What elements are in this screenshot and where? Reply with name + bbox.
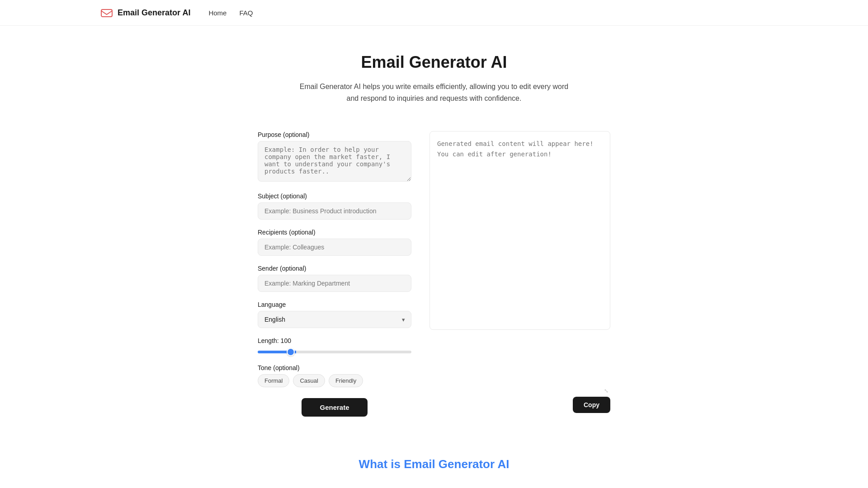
nav-link-home[interactable]: Home <box>208 9 226 17</box>
language-select-wrapper: English Chinese Japanese Korean Spanish … <box>258 311 411 328</box>
sender-input[interactable] <box>258 275 411 292</box>
left-panel: Purpose (optional) Subject (optional) Re… <box>258 131 411 417</box>
tone-btn-casual[interactable]: Casual <box>293 374 325 387</box>
tone-group: Tone (optional) Formal Casual Friendly <box>258 364 411 387</box>
right-panel: ⤡ Copy <box>429 131 610 417</box>
nav-link-faq[interactable]: FAQ <box>239 9 253 17</box>
navbar: Email Generator AI Home FAQ <box>0 0 868 26</box>
hero-section: Email Generator AI Email Generator AI he… <box>0 26 868 117</box>
generate-button[interactable]: Generate <box>302 398 367 417</box>
nav-logo[interactable]: Email Generator AI <box>99 5 190 20</box>
resize-handle-icon: ⤡ <box>604 388 609 394</box>
language-select[interactable]: English Chinese Japanese Korean Spanish … <box>258 311 411 328</box>
subject-group: Subject (optional) <box>258 192 411 220</box>
language-label: Language <box>258 301 411 308</box>
purpose-label: Purpose (optional) <box>258 131 411 138</box>
tone-buttons: Formal Casual Friendly <box>258 374 411 387</box>
recipients-label: Recipients (optional) <box>258 229 411 236</box>
output-textarea[interactable] <box>429 131 610 330</box>
nav-links: Home FAQ <box>208 9 253 17</box>
email-logo-icon <box>99 5 114 20</box>
recipients-group: Recipients (optional) <box>258 229 411 256</box>
hero-title: Email Generator AI <box>9 53 859 72</box>
subject-label: Subject (optional) <box>258 192 411 200</box>
sender-group: Sender (optional) <box>258 265 411 292</box>
tone-label: Tone (optional) <box>258 364 411 371</box>
language-group: Language English Chinese Japanese Korean… <box>258 301 411 328</box>
sender-label: Sender (optional) <box>258 265 411 272</box>
tone-btn-friendly[interactable]: Friendly <box>329 374 363 387</box>
length-label: Length: 100 <box>258 337 411 344</box>
purpose-input[interactable] <box>258 141 411 182</box>
purpose-group: Purpose (optional) <box>258 131 411 183</box>
subject-input[interactable] <box>258 202 411 220</box>
length-group: Length: 100 <box>258 337 411 355</box>
bottom-title: What is Email Generator AI <box>9 457 859 471</box>
tone-btn-formal[interactable]: Formal <box>258 374 289 387</box>
nav-logo-text: Email Generator AI <box>118 8 190 18</box>
bottom-section: What is Email Generator AI <box>0 430 868 488</box>
copy-button[interactable]: Copy <box>573 397 610 413</box>
length-slider[interactable] <box>258 351 411 353</box>
recipients-input[interactable] <box>258 239 411 256</box>
generate-row: Generate <box>258 398 411 417</box>
hero-subtitle: Email Generator AI helps you write email… <box>294 81 574 104</box>
main-content: Purpose (optional) Subject (optional) Re… <box>0 117 868 430</box>
length-slider-container <box>258 347 411 355</box>
